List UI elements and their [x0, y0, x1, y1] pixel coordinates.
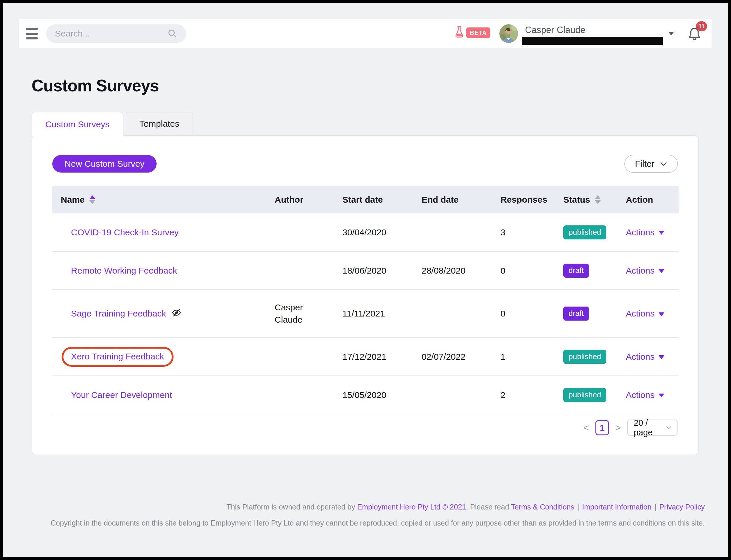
table-row: Your Career Development 15/05/2020 2 pub…: [52, 376, 679, 414]
column-header-status[interactable]: Status: [563, 195, 626, 205]
status-cell: published: [563, 225, 626, 239]
actions-menu[interactable]: Actions: [626, 309, 679, 319]
app-screen: BETA Casper Claude 11 Custom Surveys Cus…: [3, 3, 728, 557]
start-date-cell: 17/12/2021: [342, 352, 422, 362]
column-header-author: Author: [275, 195, 342, 205]
column-label: Responses: [501, 195, 547, 205]
footer-separator: |: [652, 503, 659, 511]
start-date-cell: 15/05/2020: [342, 390, 422, 400]
chevron-down-icon: [659, 394, 664, 397]
start-date-cell: 11/11/2021: [342, 309, 422, 319]
footer-copyright-line: Copyright in the documents on this site …: [3, 519, 705, 527]
surveys-card: New Custom Survey Filter Name Author Sta…: [32, 135, 699, 455]
footer: This Platform is owned and operated by E…: [3, 503, 705, 527]
table-header-row: Name Author Start date End date Response…: [52, 186, 679, 213]
filter-label: Filter: [635, 159, 654, 169]
search-input[interactable]: [55, 24, 166, 43]
column-label: Action: [626, 195, 653, 205]
responses-cell: 0: [501, 266, 563, 276]
chevron-down-icon: [666, 425, 672, 430]
page-title: Custom Surveys: [32, 76, 159, 95]
start-date-cell: 18/06/2020: [342, 266, 422, 276]
company-link[interactable]: Employment Hero Pty Ltd © 2021: [357, 503, 466, 511]
actions-menu[interactable]: Actions: [626, 390, 679, 400]
previous-page-icon[interactable]: <: [583, 422, 589, 433]
responses-cell: 2: [501, 390, 563, 400]
beta-badge: BETA: [466, 27, 490, 38]
page-size-value: 20 / page: [634, 418, 666, 437]
responses-cell: 1: [501, 352, 563, 362]
current-page-button[interactable]: 1: [595, 420, 609, 435]
footer-separator: |: [574, 503, 582, 511]
chevron-down-icon: [660, 161, 667, 166]
status-badge: published: [563, 225, 606, 239]
footer-text: . Please read: [466, 503, 511, 511]
flask-icon: [455, 26, 464, 39]
end-date-cell: 28/08/2020: [422, 266, 501, 276]
survey-name-link[interactable]: Sage Training Feedback: [71, 309, 166, 319]
table-body: COVID-19 Check-In Survey 30/04/2020 3 pu…: [52, 213, 679, 414]
redacted-email: [522, 37, 663, 45]
user-menu-caret-icon[interactable]: [668, 32, 674, 35]
chevron-down-icon: [659, 269, 664, 273]
table-row: COVID-19 Check-In Survey 30/04/2020 3 pu…: [52, 213, 679, 252]
actions-label: Actions: [626, 352, 654, 362]
surveys-table: Name Author Start date End date Response…: [52, 186, 679, 414]
actions-menu[interactable]: Actions: [626, 266, 679, 276]
status-badge: draft: [563, 307, 589, 321]
beta-feature-toggle[interactable]: BETA: [455, 26, 490, 39]
privacy-policy-link[interactable]: Privacy Policy: [659, 503, 705, 511]
name-cell: COVID-19 Check-In Survey: [52, 227, 275, 237]
sort-icon-status[interactable]: [595, 195, 601, 204]
name-cell: Remote Working Feedback: [52, 266, 275, 276]
tab-bar: Custom Surveys Templates: [32, 112, 193, 136]
column-header-end-date: End date: [422, 195, 501, 205]
start-date-cell: 30/04/2020: [342, 227, 422, 237]
filter-button[interactable]: Filter: [624, 155, 678, 173]
tab-templates[interactable]: Templates: [126, 112, 193, 135]
next-page-icon[interactable]: >: [615, 422, 621, 433]
sort-icon-name[interactable]: [89, 195, 95, 204]
column-label: Name: [61, 195, 85, 205]
terms-link[interactable]: Terms & Conditions: [511, 503, 574, 511]
responses-cell: 3: [501, 227, 563, 237]
footer-legal-line: This Platform is owned and operated by E…: [3, 503, 705, 511]
actions-label: Actions: [626, 390, 654, 400]
column-label: End date: [422, 195, 459, 205]
table-row: Xero Training Feedback 17/12/2021 02/07/…: [52, 338, 679, 376]
survey-name-link[interactable]: COVID-19 Check-In Survey: [71, 227, 178, 237]
table-row: Remote Working Feedback 18/06/2020 28/08…: [52, 252, 679, 290]
name-cell: Sage Training Feedback: [52, 308, 275, 319]
top-bar: BETA Casper Claude 11: [19, 19, 712, 48]
status-cell: draft: [563, 264, 626, 278]
column-header-action: Action: [626, 195, 679, 205]
end-date-cell: 02/07/2022: [422, 352, 501, 362]
status-badge: published: [563, 388, 606, 402]
status-badge: published: [563, 350, 606, 364]
menu-icon[interactable]: [26, 28, 38, 39]
survey-name-link[interactable]: Xero Training Feedback: [62, 347, 173, 367]
actions-label: Actions: [626, 227, 654, 237]
column-header-start-date: Start date: [342, 195, 422, 205]
actions-menu[interactable]: Actions: [626, 352, 679, 362]
column-label: Start date: [342, 195, 383, 205]
tab-custom-surveys[interactable]: Custom Surveys: [32, 112, 123, 136]
column-header-name[interactable]: Name: [52, 195, 275, 205]
survey-name-link[interactable]: Your Career Development: [71, 390, 172, 400]
page-size-select[interactable]: 20 / page: [627, 420, 678, 436]
notification-count-badge: 11: [696, 21, 707, 31]
chevron-down-icon: [659, 231, 664, 235]
important-information-link[interactable]: Important Information: [582, 503, 652, 511]
status-cell: published: [563, 388, 626, 402]
author-cell: Casper Claude: [275, 301, 342, 326]
survey-name-link[interactable]: Remote Working Feedback: [71, 266, 177, 276]
chevron-down-icon: [659, 355, 664, 359]
name-cell: Your Career Development: [52, 390, 275, 400]
column-label: Author: [275, 195, 303, 205]
status-cell: draft: [563, 307, 626, 321]
new-custom-survey-button[interactable]: New Custom Survey: [52, 155, 157, 173]
avatar[interactable]: [499, 24, 518, 43]
actions-menu[interactable]: Actions: [626, 227, 679, 237]
eye-off-icon: [172, 308, 181, 319]
actions-label: Actions: [626, 309, 654, 319]
